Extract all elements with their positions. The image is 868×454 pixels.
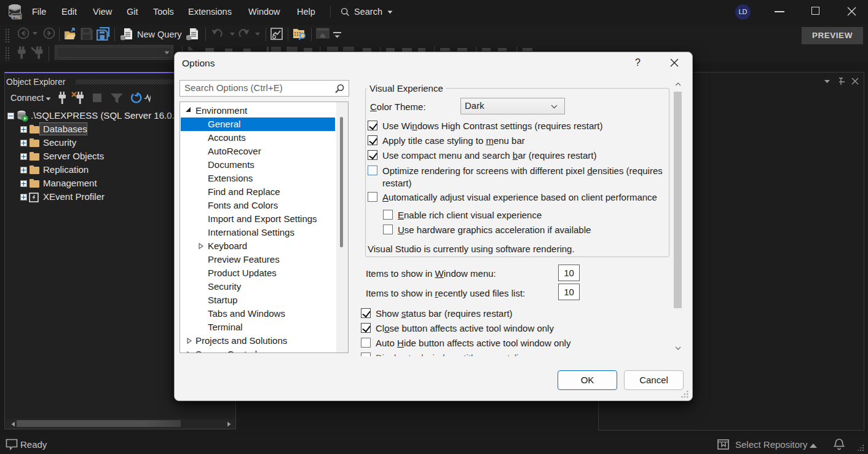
svg-text:PRE: PRE (12, 15, 22, 19)
